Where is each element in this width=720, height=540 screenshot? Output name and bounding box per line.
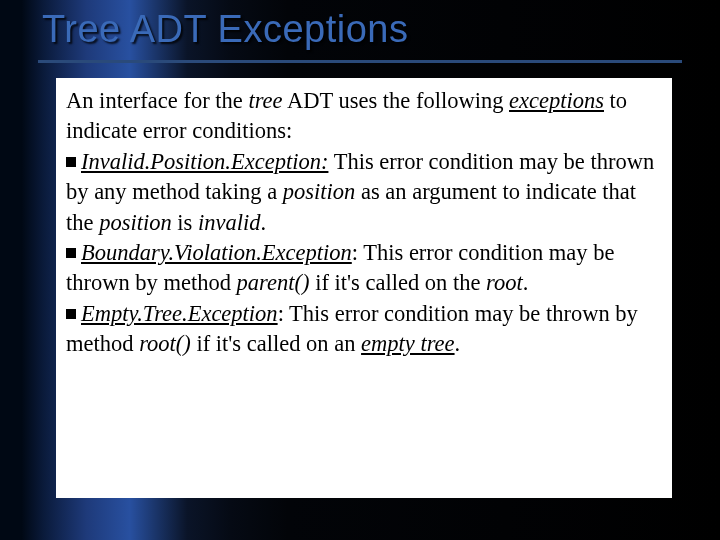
bullet-icon — [66, 157, 76, 167]
b1-invalid: invalid — [198, 210, 261, 235]
intro-text-1: An interface for the — [66, 88, 248, 113]
title-underline — [38, 60, 682, 63]
bullet-3: Empty.Tree.Exception: This error conditi… — [66, 299, 662, 360]
b2-b: if it's called on the — [310, 270, 487, 295]
exception-name-1: Invalid.Position.Exception: — [81, 149, 328, 174]
b3-root: root() — [139, 331, 191, 356]
content-box: An interface for the tree ADT uses the f… — [56, 78, 672, 498]
exception-name-3: Empty.Tree.Exception — [81, 301, 278, 326]
b2-parent: parent() — [237, 270, 310, 295]
b3-empty: empty tree — [361, 331, 455, 356]
b1-position-2: position — [99, 210, 172, 235]
slide-title: Tree ADT Exceptions — [42, 8, 408, 51]
exception-name-2: Boundary.Violation.Exception — [81, 240, 352, 265]
bullet-1: Invalid.Position.Exception: This error c… — [66, 147, 662, 238]
bullet-icon — [66, 309, 76, 319]
intro-text-2: ADT uses the following — [283, 88, 509, 113]
b2-c: . — [523, 270, 529, 295]
b1-c: is — [172, 210, 198, 235]
b3-c: . — [455, 331, 461, 356]
intro-paragraph: An interface for the tree ADT uses the f… — [66, 86, 662, 147]
b2-root: root — [486, 270, 523, 295]
intro-tree: tree — [248, 88, 282, 113]
bullet-2: Boundary.Violation.Exception: This error… — [66, 238, 662, 299]
b3-b: if it's called on an — [191, 331, 361, 356]
bullet-icon — [66, 248, 76, 258]
b1-d: . — [260, 210, 266, 235]
b1-position-1: position — [283, 179, 356, 204]
intro-exceptions: exceptions — [509, 88, 604, 113]
